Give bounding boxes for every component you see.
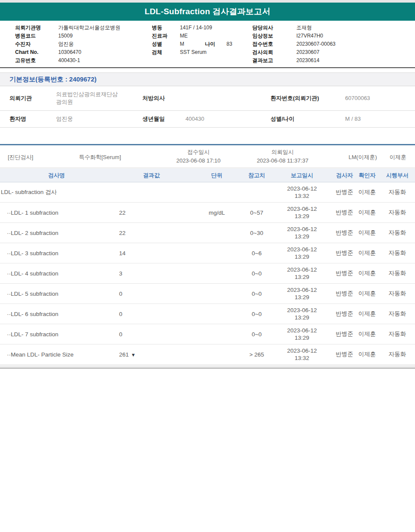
verifier-name: 이제훈 bbox=[355, 290, 380, 297]
reference-range: 0~0 bbox=[244, 311, 270, 317]
tester-name: 반병준 bbox=[334, 310, 355, 318]
basic-info-section-header: 기본정보(등록번호 : 2409672) bbox=[0, 72, 415, 86]
test-name: ··LDL- 4 subfraction bbox=[0, 270, 113, 277]
field-value: SST Serum bbox=[180, 49, 207, 55]
receipt-datetime: 2023-06-08 17:10 bbox=[164, 156, 233, 165]
field-value: 10306470 bbox=[58, 49, 81, 55]
department: 자동화 bbox=[380, 229, 415, 237]
tester-name: 반병준 bbox=[334, 209, 355, 216]
field-value: M bbox=[180, 40, 205, 48]
column-header: 단위 bbox=[190, 172, 244, 179]
report-time: 13:29 bbox=[270, 233, 334, 240]
header-field-row: 성별M나이83 bbox=[152, 40, 251, 48]
report-time: 13:32 bbox=[270, 192, 334, 200]
field-label: 고유번호 bbox=[15, 56, 58, 65]
header-field-row: 담당의사조재형 bbox=[252, 24, 408, 32]
column-header: 검사명 bbox=[0, 172, 113, 179]
header-field-row: 검체SST Serum bbox=[152, 48, 251, 56]
field-value: 20230607-00063 bbox=[296, 41, 336, 47]
low-flag-icon: ▼ bbox=[131, 352, 136, 357]
field-label: 나이 bbox=[205, 40, 226, 48]
report-datetime: 2023-06-1213:32 bbox=[270, 185, 334, 200]
header-divider bbox=[0, 67, 415, 68]
report-time: 13:29 bbox=[270, 213, 334, 220]
report-date: 2023-06-12 bbox=[270, 347, 334, 354]
test-name: ··LDL- 6 subfraction bbox=[0, 311, 113, 317]
test-name: ··Mean LDL- Particle Size bbox=[0, 351, 113, 358]
verifier-name: 이제훈 bbox=[355, 249, 380, 257]
test-name: ··LDL- 1 subfraction bbox=[0, 210, 113, 216]
department: 자동화 bbox=[380, 209, 415, 216]
result-value: 261▼ bbox=[113, 351, 190, 358]
field-label: 생년월일 bbox=[134, 115, 175, 123]
department: 자동화 bbox=[380, 310, 415, 318]
header-info: 의뢰기관명가톨릭대학교서울성모병원병원코드15009수진자엄진웅Chart No… bbox=[0, 24, 415, 67]
field-value: 400430-1 bbox=[58, 57, 80, 63]
report-datetime: 2023-06-1213:29 bbox=[270, 266, 334, 281]
column-header: 검사자 bbox=[334, 172, 355, 179]
verifier-name: 이제훈 bbox=[355, 188, 380, 196]
field-label: 성별/나이 bbox=[259, 115, 332, 123]
report-title-bar: LDL-Subfraction 검사결과보고서 bbox=[0, 3, 415, 21]
report-datetime: 2023-06-1213:32 bbox=[270, 347, 334, 362]
verifier-name: 이제훈 bbox=[355, 350, 380, 358]
field-value: 20230607 bbox=[296, 49, 319, 55]
report-date: 2023-06-12 bbox=[270, 205, 334, 213]
field-label: 담당의사 bbox=[252, 24, 296, 32]
result-value: 22 bbox=[113, 210, 190, 216]
result-value: 14 bbox=[113, 250, 190, 257]
department: 자동화 bbox=[380, 269, 415, 277]
field-value: 조재형 bbox=[296, 25, 312, 31]
header-field-row: 고유번호400430-1 bbox=[15, 56, 145, 65]
request-datetime-block: 의뢰일시 2023-06-08 11:37:37 bbox=[244, 148, 321, 165]
report-time: 13:29 bbox=[270, 273, 334, 281]
table-row: LDL- subfraction 검사2023-06-1213:32반병준이제훈… bbox=[0, 182, 415, 203]
specimen-band: [진단검사] 특수화학[Serum] 접수일시 2023-06-08 17:10… bbox=[0, 144, 415, 168]
header-field-row: 결과보고20230614 bbox=[252, 56, 408, 65]
basic-info-row: 환자명엄진웅생년월일400430성별/나이M / 83 bbox=[0, 111, 415, 128]
table-row: ··LDL- 2 subfraction220~302023-06-1213:2… bbox=[0, 223, 415, 243]
report-date: 2023-06-12 bbox=[270, 286, 334, 294]
tester-name: 반병준 bbox=[334, 330, 355, 338]
table-row: ··Mean LDL- Particle Size261▼> 2652023-0… bbox=[0, 344, 415, 365]
horizontal-scrollbar[interactable] bbox=[0, 365, 415, 369]
result-value: 3 bbox=[113, 270, 190, 277]
report-date: 2023-06-12 bbox=[270, 225, 334, 233]
table-row: ··LDL- 5 subfraction00~02023-06-1213:29반… bbox=[0, 284, 415, 304]
column-header: 보고일시 bbox=[270, 172, 334, 179]
reference-range: 0~30 bbox=[244, 230, 270, 236]
receipt-datetime-block: 접수일시 2023-06-08 17:10 bbox=[164, 148, 233, 165]
field-label: 접수번호 bbox=[252, 40, 296, 48]
department: 자동화 bbox=[380, 330, 415, 338]
table-row: ··LDL- 4 subfraction30~02023-06-1213:29반… bbox=[0, 263, 415, 284]
results-table-body: LDL- subfraction 검사2023-06-1213:32반병준이제훈… bbox=[0, 182, 415, 365]
header-info-middle-column: 병동141F / 14-109진료과ME성별M나이83검체SST Serum bbox=[152, 24, 251, 56]
field-value: I27VR47H0 bbox=[296, 33, 323, 39]
verifier-name: 이제훈 bbox=[355, 209, 380, 216]
basic-info-table: 의뢰기관의료법인삼광의료재단삼광의원처방의사환자번호(의뢰기관)60700063… bbox=[0, 86, 415, 128]
field-value: 83 bbox=[226, 41, 232, 47]
report-date: 2023-06-12 bbox=[270, 185, 334, 192]
header-info-left-column: 의뢰기관명가톨릭대학교서울성모병원병원코드15009수진자엄진웅Chart No… bbox=[15, 24, 145, 65]
column-header: 결과값 bbox=[113, 172, 190, 179]
result-value: 0 bbox=[113, 291, 190, 297]
test-name: LDL- subfraction 검사 bbox=[0, 188, 113, 196]
verifier-name: 이제훈 bbox=[355, 330, 380, 338]
results-table-header: 검사명결과값단위참고치보고일시검사자확인자시행부서 bbox=[0, 169, 415, 182]
field-value: 20230614 bbox=[296, 57, 319, 63]
report-datetime: 2023-06-1213:29 bbox=[270, 327, 334, 341]
tester-name: 반병준 bbox=[334, 350, 355, 358]
test-group-label: 특수화학[Serum] bbox=[79, 153, 121, 161]
lab-name: LM(이제훈) bbox=[349, 153, 377, 161]
tester-name: 반병준 bbox=[334, 290, 355, 297]
field-label: 검체 bbox=[152, 48, 180, 56]
reference-range: 0~0 bbox=[244, 270, 270, 277]
request-datetime: 2023-06-08 11:37:37 bbox=[244, 156, 321, 165]
header-field-row: 의뢰기관명가톨릭대학교서울성모병원 bbox=[15, 24, 145, 32]
header-field-row: 검사의뢰20230607 bbox=[252, 48, 408, 56]
report-date: 2023-06-12 bbox=[270, 266, 334, 273]
column-header: 시행부서 bbox=[380, 172, 415, 179]
header-info-right-column: 담당의사조재형임상정보I27VR47H0접수번호20230607-00063검사… bbox=[252, 24, 408, 65]
department: 자동화 bbox=[380, 290, 415, 297]
report-datetime: 2023-06-1213:29 bbox=[270, 225, 334, 240]
